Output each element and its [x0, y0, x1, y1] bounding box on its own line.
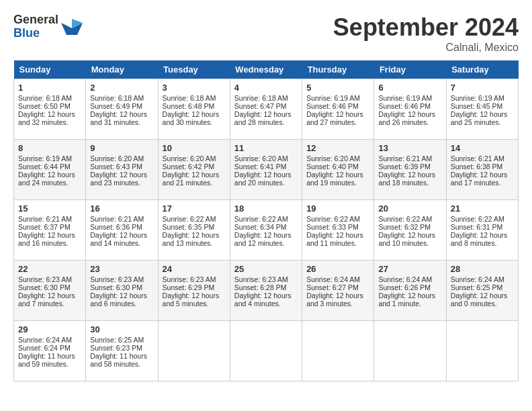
daylight-label: Daylight: 12 hours and 12 minutes. — [234, 231, 292, 247]
sunset-label: Sunset: 6:28 PM — [234, 283, 287, 291]
daylight-label: Daylight: 12 hours and 24 minutes. — [18, 171, 75, 187]
sunrise-label: Sunrise: 6:24 AM — [451, 275, 504, 283]
day-number: 4 — [234, 83, 298, 93]
col-monday: Monday — [86, 60, 158, 79]
day-number: 19 — [306, 203, 369, 214]
calendar-week-2: 15 Sunrise: 6:21 AM Sunset: 6:37 PM Dayl… — [14, 200, 519, 261]
calendar-cell: 18 Sunrise: 6:22 AM Sunset: 6:34 PM Dayl… — [230, 200, 302, 261]
calendar-cell: 7 Sunrise: 6:19 AM Sunset: 6:45 PM Dayli… — [446, 79, 518, 140]
daylight-label: Daylight: 12 hours and 20 minutes. — [234, 171, 292, 187]
day-number: 6 — [378, 83, 441, 93]
sunset-label: Sunset: 6:26 PM — [378, 283, 431, 291]
day-number: 29 — [18, 324, 81, 334]
day-number: 10 — [163, 143, 226, 153]
sunrise-label: Sunrise: 6:21 AM — [378, 154, 432, 163]
calendar-cell: 16 Sunrise: 6:21 AM Sunset: 6:36 PM Dayl… — [86, 200, 158, 261]
sunrise-label: Sunrise: 6:19 AM — [451, 94, 504, 102]
calendar-cell: 12 Sunrise: 6:20 AM Sunset: 6:40 PM Dayl… — [302, 140, 374, 200]
daylight-label: Daylight: 12 hours and 23 minutes. — [90, 171, 147, 187]
sunset-label: Sunset: 6:35 PM — [163, 223, 215, 231]
col-wednesday: Wednesday — [230, 60, 302, 79]
sunset-label: Sunset: 6:31 PM — [451, 223, 503, 231]
calendar-cell: 28 Sunrise: 6:24 AM Sunset: 6:25 PM Dayl… — [446, 261, 518, 321]
calendar-cell — [374, 321, 446, 381]
sunset-label: Sunset: 6:38 PM — [451, 163, 503, 171]
daylight-label: Daylight: 12 hours and 8 minutes. — [451, 231, 508, 247]
title-block: September 2024 Calnali, Mexico — [333, 13, 519, 54]
calendar-cell: 23 Sunrise: 6:23 AM Sunset: 6:30 PM Dayl… — [86, 261, 158, 321]
daylight-label: Daylight: 12 hours and 11 minutes. — [306, 231, 363, 247]
calendar-week-0: 1 Sunrise: 6:18 AM Sunset: 6:50 PM Dayli… — [14, 79, 519, 140]
calendar-cell: 3 Sunrise: 6:18 AM Sunset: 6:48 PM Dayli… — [158, 79, 230, 140]
sunrise-label: Sunrise: 6:21 AM — [451, 154, 504, 163]
daylight-label: Daylight: 12 hours and 26 minutes. — [378, 110, 435, 126]
sunset-label: Sunset: 6:36 PM — [90, 223, 142, 231]
calendar-cell: 11 Sunrise: 6:20 AM Sunset: 6:41 PM Dayl… — [230, 140, 302, 200]
daylight-label: Daylight: 12 hours and 14 minutes. — [90, 231, 147, 247]
day-number: 14 — [451, 143, 514, 153]
calendar-cell: 15 Sunrise: 6:21 AM Sunset: 6:37 PM Dayl… — [14, 200, 86, 261]
sunset-label: Sunset: 6:41 PM — [234, 163, 287, 171]
sunrise-label: Sunrise: 6:24 AM — [18, 336, 72, 344]
sunrise-label: Sunrise: 6:18 AM — [90, 94, 144, 102]
sunrise-label: Sunrise: 6:25 AM — [90, 336, 144, 344]
daylight-label: Daylight: 12 hours and 6 minutes. — [90, 291, 147, 308]
day-number: 16 — [90, 203, 153, 214]
calendar-cell: 24 Sunrise: 6:23 AM Sunset: 6:29 PM Dayl… — [158, 261, 230, 321]
sunset-label: Sunset: 6:46 PM — [306, 102, 359, 110]
daylight-label: Daylight: 12 hours and 19 minutes. — [306, 171, 363, 187]
sunset-label: Sunset: 6:39 PM — [378, 163, 431, 171]
sunrise-label: Sunrise: 6:20 AM — [234, 154, 288, 163]
header-row: Sunday Monday Tuesday Wednesday Thursday… — [14, 60, 519, 79]
sunset-label: Sunset: 6:45 PM — [451, 102, 503, 110]
daylight-label: Daylight: 12 hours and 17 minutes. — [451, 171, 508, 187]
sunset-label: Sunset: 6:46 PM — [378, 102, 431, 110]
day-number: 2 — [90, 83, 153, 93]
sunset-label: Sunset: 6:43 PM — [90, 163, 142, 171]
sunrise-label: Sunrise: 6:18 AM — [234, 94, 288, 102]
daylight-label: Daylight: 12 hours and 27 minutes. — [306, 110, 363, 126]
calendar-week-4: 29 Sunrise: 6:24 AM Sunset: 6:24 PM Dayl… — [14, 321, 519, 381]
logo-blue: Blue — [13, 27, 58, 40]
sunrise-label: Sunrise: 6:19 AM — [378, 94, 432, 102]
calendar-cell: 1 Sunrise: 6:18 AM Sunset: 6:50 PM Dayli… — [14, 79, 86, 140]
daylight-label: Daylight: 12 hours and 5 minutes. — [163, 291, 220, 308]
daylight-label: Daylight: 12 hours and 4 minutes. — [234, 291, 292, 308]
daylight-label: Daylight: 12 hours and 7 minutes. — [18, 291, 75, 308]
daylight-label: Daylight: 12 hours and 16 minutes. — [18, 231, 75, 247]
day-number: 20 — [378, 203, 441, 214]
calendar-cell: 26 Sunrise: 6:24 AM Sunset: 6:27 PM Dayl… — [302, 261, 374, 321]
calendar-cell — [446, 321, 518, 381]
logo-text: General Blue — [13, 13, 58, 40]
sunrise-label: Sunrise: 6:24 AM — [306, 275, 360, 283]
sunset-label: Sunset: 6:24 PM — [18, 344, 71, 352]
daylight-label: Daylight: 12 hours and 0 minutes. — [451, 291, 508, 308]
sunset-label: Sunset: 6:42 PM — [163, 163, 215, 171]
sunset-label: Sunset: 6:50 PM — [18, 102, 71, 110]
logo: General Blue — [13, 13, 83, 40]
logo-icon — [61, 16, 83, 38]
sunrise-label: Sunrise: 6:20 AM — [306, 154, 360, 163]
day-number: 24 — [163, 264, 226, 274]
sunset-label: Sunset: 6:48 PM — [163, 102, 215, 110]
day-number: 23 — [90, 264, 153, 274]
sunrise-label: Sunrise: 6:22 AM — [451, 215, 504, 223]
sunset-label: Sunset: 6:33 PM — [306, 223, 359, 231]
sunrise-label: Sunrise: 6:18 AM — [163, 94, 216, 102]
calendar-cell: 22 Sunrise: 6:23 AM Sunset: 6:30 PM Dayl… — [14, 261, 86, 321]
sunrise-label: Sunrise: 6:21 AM — [18, 215, 72, 223]
daylight-label: Daylight: 12 hours and 32 minutes. — [18, 110, 75, 126]
day-number: 22 — [18, 264, 81, 274]
col-thursday: Thursday — [302, 60, 374, 79]
sunrise-label: Sunrise: 6:22 AM — [163, 215, 216, 223]
day-number: 3 — [163, 83, 226, 93]
day-number: 30 — [90, 324, 153, 334]
sunrise-label: Sunrise: 6:19 AM — [18, 154, 72, 163]
sunset-label: Sunset: 6:44 PM — [18, 163, 71, 171]
sunrise-label: Sunrise: 6:23 AM — [90, 275, 144, 283]
sunrise-label: Sunrise: 6:22 AM — [378, 215, 432, 223]
daylight-label: Daylight: 12 hours and 18 minutes. — [378, 171, 435, 187]
sunrise-label: Sunrise: 6:19 AM — [306, 94, 360, 102]
day-number: 17 — [163, 203, 226, 214]
sunset-label: Sunset: 6:27 PM — [306, 283, 359, 291]
